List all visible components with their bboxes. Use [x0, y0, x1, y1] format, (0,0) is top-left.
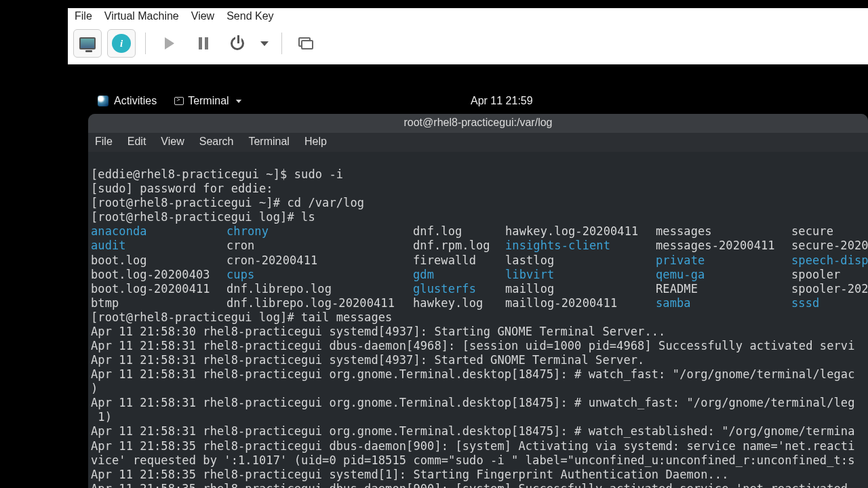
ls-item: audit [91, 239, 226, 253]
terminal-line: Apr 11 21:58:30 rhel8-practicegui system… [91, 325, 665, 338]
chevron-down-icon [235, 100, 241, 103]
terminal-line: Apr 11 21:58:35 rhel8-practicegui dbus-d… [91, 439, 855, 453]
ls-item: qemu-ga [656, 268, 791, 282]
ls-item: secure [791, 224, 868, 239]
ls-item: gdm [413, 268, 505, 282]
ls-item: dnf.librepo.log [226, 282, 413, 296]
vm-menubar: File Virtual Machine View Send Key [68, 8, 868, 26]
ls-item: sssd [791, 296, 868, 310]
terminal-line: Apr 11 21:58:31 rhel8-practicegui system… [91, 353, 644, 367]
terminal-line: [sudo] password for eddie: [91, 182, 273, 195]
terminal-line: Apr 11 21:58:31 rhel8-practicegui org.gn… [91, 367, 855, 381]
vm-info-button[interactable]: i [107, 29, 136, 58]
terminal-line: 1) [91, 410, 112, 424]
ls-item: spooler-202 [791, 282, 868, 296]
term-menu-file[interactable]: File [95, 136, 113, 148]
terminal-line: Apr 11 21:58:31 rhel8-practicegui org.gn… [91, 396, 855, 409]
ls-item: btmp [91, 296, 226, 310]
terminal-line: [eddie@rhel8-practicegui ~]$ sudo -i [91, 167, 343, 181]
terminal-line: [root@rhel8-practicegui log]# ls [91, 210, 315, 224]
terminal-line: ) [91, 382, 98, 395]
terminal-window: root@rhel8-practicegui:/var/log File Edi… [88, 114, 868, 488]
ls-item: lastlog [505, 253, 656, 268]
terminal-line: [root@rhel8-practicegui log]# tail messa… [91, 310, 392, 324]
vm-menu-view[interactable]: View [191, 10, 214, 22]
terminal-title: root@rhel8-practicegui:/var/log [88, 114, 868, 133]
term-menu-view[interactable]: View [161, 136, 184, 148]
play-icon [165, 37, 174, 49]
terminal-menubar: File Edit View Search Terminal Help [88, 133, 868, 152]
ls-item: maillog-20200411 [505, 296, 656, 310]
terminal-body[interactable]: [eddie@rhel8-practicegui ~]$ sudo -i [su… [88, 152, 868, 488]
term-menu-search[interactable]: Search [199, 136, 234, 148]
ls-item: secure-2020 [791, 239, 868, 253]
power-icon [231, 37, 244, 50]
activities-label: Activities [114, 95, 157, 107]
ls-item: boot.log-20200411 [91, 282, 226, 296]
ls-item: dnf.log [413, 224, 505, 239]
vm-pause-button[interactable] [189, 29, 218, 58]
ls-item: speech-disp [791, 253, 868, 268]
vm-viewer-window: File Virtual Machine View Send Key i [68, 8, 868, 64]
terminal-line: vice' requested by ':1.1017' (uid=0 pid=… [91, 453, 855, 467]
chevron-down-icon [260, 41, 269, 46]
toolbar-separator [281, 33, 282, 54]
vm-menu-virtual-machine[interactable]: Virtual Machine [104, 10, 179, 22]
ls-item: libvirt [505, 268, 656, 282]
vm-shutdown-menu-button[interactable] [257, 29, 272, 58]
terminal-line: Apr 11 21:58:31 rhel8-practicegui org.gn… [91, 424, 855, 438]
vm-console-button[interactable] [73, 29, 102, 58]
term-menu-edit[interactable]: Edit [127, 136, 146, 148]
vm-toolbar: i [68, 26, 868, 64]
ls-item: firewalld [413, 253, 505, 268]
terminal-line: Apr 11 21:58:35 rhel8-practicegui dbus-d… [91, 482, 848, 488]
gnome-topbar: Activities Terminal Apr 11 21:59 [88, 89, 868, 113]
ls-item: dnf.librepo.log-20200411 [226, 296, 413, 310]
activities-icon [98, 96, 108, 106]
terminal-line: Apr 11 21:58:35 rhel8-practicegui system… [91, 468, 728, 481]
ls-item: maillog [505, 282, 656, 296]
topbar-app-name: Terminal [188, 95, 229, 107]
activities-button[interactable]: Activities [98, 95, 157, 107]
ls-item: messages-20200411 [656, 239, 791, 253]
ls-item: dnf.rpm.log [413, 239, 505, 253]
topbar-clock[interactable]: Apr 11 21:59 [471, 95, 533, 107]
vm-fullscreen-button[interactable] [292, 29, 320, 58]
term-menu-terminal[interactable]: Terminal [248, 136, 289, 148]
ls-item: anaconda [91, 224, 226, 239]
terminal-line: Apr 11 21:58:31 rhel8-practicegui dbus-d… [91, 339, 855, 352]
ls-item: hawkey.log-20200411 [505, 224, 656, 239]
ls-item: chrony [226, 224, 413, 239]
terminal-icon [174, 97, 184, 105]
ls-output: anacondachronydnf.loghawkey.log-20200411… [91, 224, 865, 310]
vm-run-button[interactable] [155, 29, 184, 58]
ls-item: glusterfs [413, 282, 505, 296]
vm-shutdown-button[interactable] [223, 29, 252, 58]
ls-item: private [656, 253, 791, 268]
ls-item: samba [656, 296, 791, 310]
vm-menu-send-key[interactable]: Send Key [226, 10, 273, 22]
ls-item: cron [226, 239, 413, 253]
ls-item: cron-20200411 [226, 253, 413, 268]
vm-menu-file[interactable]: File [75, 10, 92, 22]
topbar-app-menu[interactable]: Terminal [174, 95, 242, 107]
ls-item: hawkey.log [413, 296, 505, 310]
ls-item: cups [226, 268, 413, 282]
ls-item: spooler [791, 268, 868, 282]
pause-icon [199, 37, 208, 49]
toolbar-separator [145, 33, 146, 54]
ls-item: boot.log-20200403 [91, 268, 226, 282]
fullscreen-icon [298, 37, 313, 49]
ls-item: boot.log [91, 253, 226, 268]
ls-item: insights-client [505, 239, 656, 253]
terminal-line: [root@rhel8-practicegui ~]# cd /var/log [91, 196, 364, 209]
info-icon: i [112, 34, 131, 53]
ls-item: README [656, 282, 791, 296]
term-menu-help[interactable]: Help [304, 136, 327, 148]
monitor-icon [79, 37, 96, 49]
ls-item: messages [656, 224, 791, 239]
